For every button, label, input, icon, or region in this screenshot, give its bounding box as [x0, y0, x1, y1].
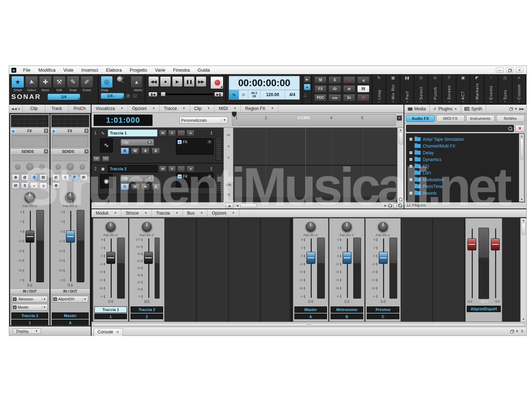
- fx-bin[interactable]: [12, 135, 48, 147]
- strip-name-plate[interactable]: Traccia 1: [94, 306, 127, 313]
- fader-cap[interactable]: [26, 231, 34, 243]
- read-automation-button[interactable]: R: [30, 174, 38, 181]
- zoom-out-icon[interactable]: −: [388, 204, 392, 207]
- chevron-down-icon[interactable]: ▼: [514, 107, 517, 111]
- menu-opzioni[interactable]: Opzioni▼: [207, 209, 239, 217]
- scroll-up-icon[interactable]: ▲: [520, 134, 523, 138]
- send-pan-knob[interactable]: [55, 164, 61, 170]
- fx-power-icon[interactable]: ◉: [178, 140, 182, 144]
- send-slot[interactable]: [12, 155, 48, 161]
- close-button[interactable]: ×: [516, 67, 523, 73]
- select-tool-button[interactable]: ➤: [25, 76, 38, 88]
- volume-fader[interactable]: [342, 238, 353, 299]
- ri-button[interactable]: RI: [357, 85, 370, 93]
- console-scrollbar[interactable]: ▲▼: [520, 218, 526, 322]
- scroll-down-icon[interactable]: ▼: [520, 198, 523, 201]
- write-automation-button[interactable]: W: [357, 94, 370, 101]
- right-output-fader[interactable]: [490, 228, 501, 299]
- subtab-instruments[interactable]: Instruments: [466, 115, 495, 122]
- expand-track-icon[interactable]: ▲▲: [210, 167, 213, 171]
- write-automation-button[interactable]: W: [131, 183, 139, 190]
- volume-fader[interactable]: [378, 238, 389, 299]
- volume-fader[interactable]: [143, 238, 154, 299]
- clip-view-dropdown[interactable]: Clip▼: [121, 175, 154, 182]
- expand-icon[interactable]: +: [409, 151, 412, 154]
- tree-item[interactable]: +Delay: [409, 149, 519, 156]
- sync-button[interactable]: ⇄: [343, 85, 355, 93]
- send-fad-knob[interactable]: [39, 164, 45, 170]
- input-echo-button[interactable]: •))): [39, 182, 47, 189]
- input-echo-button[interactable]: •))): [357, 76, 370, 84]
- scroll-down-icon[interactable]: ▼: [522, 318, 525, 321]
- clear-search-button[interactable]: ✕: [515, 125, 525, 132]
- pan-knob[interactable]: [24, 192, 36, 204]
- archive-button[interactable]: A: [151, 148, 160, 154]
- mute-button[interactable]: M: [12, 182, 20, 189]
- snap-dot-button[interactable]: .: [132, 93, 138, 99]
- expand-right-icon[interactable]: ▶▶: [519, 107, 524, 111]
- phase-button[interactable]: Φ: [52, 182, 60, 189]
- menu-elabora[interactable]: Elabora: [102, 67, 126, 73]
- scrollbar-thumb[interactable]: [520, 138, 523, 160]
- tree-item[interactable]: +Amp/ Tape Simulation: [409, 136, 519, 143]
- menu-varie[interactable]: Varie: [151, 67, 169, 73]
- transport-position-slider[interactable]: [159, 94, 213, 95]
- module-mix-rcl[interactable]: ▦Mix Rcl▾: [386, 74, 400, 104]
- bypass-button[interactable]: ⊘: [239, 90, 248, 99]
- write-automation-button[interactable]: W: [39, 174, 47, 181]
- module-markers[interactable]: ◤Markers▾: [470, 74, 484, 104]
- solo-button[interactable]: S: [168, 166, 176, 172]
- chevron-down-icon[interactable]: ▼: [516, 329, 519, 333]
- input-dropdown[interactable]: I-Nessuno-▼: [12, 296, 48, 303]
- vertical-scrollbar[interactable]: ▲: [397, 128, 404, 202]
- scroll-left-icon[interactable]: ◀: [236, 204, 238, 207]
- expand-icon[interactable]: +: [409, 192, 412, 195]
- dock-icon[interactable]: [510, 330, 514, 333]
- solo-button[interactable]: S: [168, 130, 176, 136]
- module-screen[interactable]: ⠿Screen▾: [442, 74, 456, 104]
- menu-opzioni[interactable]: Opzioni▼: [128, 105, 160, 112]
- menu-viste[interactable]: Viste: [59, 67, 77, 73]
- pan-knob[interactable]: [64, 192, 76, 204]
- track-header-2[interactable]: 2 ◉ Traccia 2 M S ● •))) ▲▲ ◉ Clip▼: [92, 164, 223, 195]
- inspector-collapse-icons[interactable]: ◀◀ ▾: [9, 107, 22, 111]
- expand-icon[interactable]: +: [409, 158, 412, 161]
- scroll-up-icon[interactable]: ▲: [399, 128, 402, 132]
- console-tab[interactable]: Console✕: [94, 328, 123, 336]
- fader-cap[interactable]: [144, 252, 153, 264]
- clip-view-dropdown[interactable]: Clip▼: [121, 139, 154, 146]
- module-sync[interactable]: ◷Sync▾: [498, 74, 512, 104]
- metronome-icon[interactable]: △: [304, 92, 311, 98]
- send-slot[interactable]: [52, 155, 88, 161]
- dock-icon[interactable]: [509, 107, 512, 110]
- stop-button[interactable]: ■: [160, 76, 171, 87]
- read-automation-button[interactable]: R: [121, 183, 129, 190]
- mix-solo-button[interactable]: S: [328, 76, 341, 84]
- module-select[interactable]: ⊡Select▾: [414, 74, 428, 104]
- volume-fader[interactable]: [306, 238, 316, 299]
- mute-button[interactable]: M: [159, 130, 167, 136]
- tree-item[interactable]: LoFi: [409, 170, 519, 176]
- view-preset-dropdown[interactable]: Personalizzato▼: [179, 117, 228, 124]
- fader-cap[interactable]: [467, 238, 476, 250]
- mix-fx-button[interactable]: FX: [314, 85, 327, 93]
- interleave-button[interactable]: Ø: [21, 174, 29, 181]
- fx-bin[interactable]: [52, 135, 88, 147]
- add-fx-icon[interactable]: +: [207, 140, 212, 144]
- bus-name-plate[interactable]: Metronome: [331, 306, 363, 313]
- add-send-icon[interactable]: +: [44, 149, 48, 154]
- volume-fader[interactable]: [25, 210, 35, 282]
- move-tool-button[interactable]: ✚: [39, 76, 52, 88]
- send-fad-knob[interactable]: [79, 164, 85, 170]
- pan-knob[interactable]: [341, 221, 353, 233]
- tree-item[interactable]: +Dynamics: [409, 156, 519, 163]
- collapse-icon[interactable]: ⇅: [521, 329, 523, 333]
- bus-name-plate[interactable]: Master: [294, 306, 327, 313]
- search-input[interactable]: [406, 125, 514, 132]
- fader-cap[interactable]: [343, 252, 351, 264]
- close-icon[interactable]: ✕: [116, 330, 119, 334]
- smart-tool-button[interactable]: ★: [11, 76, 24, 88]
- position-slider-thumb[interactable]: [161, 92, 166, 96]
- display-dropdown[interactable]: Display▼: [13, 328, 41, 334]
- play-button[interactable]: ▶: [172, 76, 183, 87]
